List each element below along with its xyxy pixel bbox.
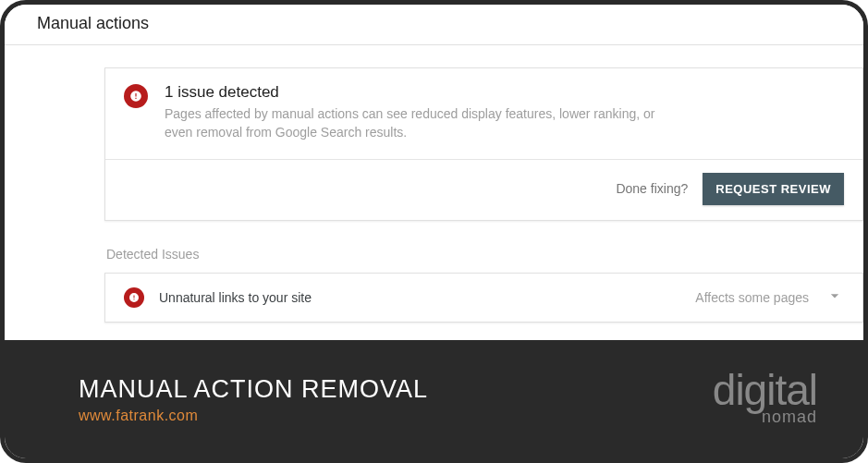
banner-title: MANUAL ACTION REMOVAL — [79, 375, 428, 404]
header-bar: Manual actions — [5, 5, 863, 45]
page-title: Manual actions — [37, 14, 847, 33]
content-area: 1 issue detected Pages affected by manua… — [5, 45, 863, 323]
detected-issues-heading: Detected Issues — [106, 247, 863, 262]
banner-url: www.fatrank.com — [79, 408, 428, 424]
issue-count-title: 1 issue detected — [165, 83, 682, 102]
logo-main-text: digital — [713, 372, 817, 409]
app-frame: Manual actions 1 issue detected Pages af… — [0, 0, 868, 463]
issue-alert-card: 1 issue detected Pages affected by manua… — [104, 67, 863, 221]
banner-text: MANUAL ACTION REMOVAL www.fatrank.com — [79, 375, 428, 424]
brand-logo: digital nomad — [713, 372, 817, 427]
banner: MANUAL ACTION REMOVAL www.fatrank.com di… — [5, 340, 863, 458]
alert-icon — [124, 287, 144, 308]
done-fixing-label: Done fixing? — [616, 181, 688, 196]
chevron-down-icon[interactable] — [825, 286, 844, 309]
request-review-button[interactable]: REQUEST REVIEW — [703, 173, 844, 205]
screenshot-area: Manual actions 1 issue detected Pages af… — [5, 5, 863, 340]
card-text: 1 issue detected Pages affected by manua… — [165, 83, 682, 142]
issue-description: Pages affected by manual actions can see… — [165, 104, 682, 142]
alert-icon — [124, 84, 148, 108]
card-footer: Done fixing? REQUEST REVIEW — [105, 159, 862, 220]
issue-row[interactable]: Unnatural links to your site Affects som… — [104, 273, 863, 323]
card-body: 1 issue detected Pages affected by manua… — [105, 68, 862, 159]
issue-scope: Affects some pages — [695, 290, 809, 305]
issue-name: Unnatural links to your site — [159, 290, 695, 305]
